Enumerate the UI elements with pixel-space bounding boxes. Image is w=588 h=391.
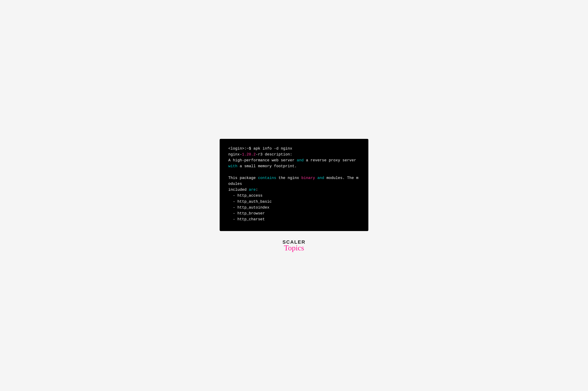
terminal-text-white: This package: [228, 176, 258, 180]
terminal-text-white: nginx-: [228, 152, 242, 157]
terminal-text-pink: binary: [301, 176, 315, 180]
terminal-container: <login>:~$ apk info -d nginxnginx-1.20.2…: [220, 139, 368, 231]
terminal-text-white: included: [228, 188, 249, 192]
terminal-text-white: the nginx: [276, 176, 301, 180]
terminal-line: - http_autoindex: [228, 205, 360, 211]
terminal-line: - http_charset: [228, 216, 360, 222]
terminal-text-cyan: and: [297, 158, 304, 163]
terminal-line: - http_access: [228, 193, 360, 199]
terminal-line: - http_browser: [228, 211, 360, 216]
terminal-line: included are:: [228, 187, 360, 193]
terminal-text-white: a small memory footprint.: [237, 164, 297, 168]
terminal-line: [228, 169, 360, 175]
terminal-line: A high-performance web server and a reve…: [228, 158, 360, 163]
terminal-text-white: - http_browser: [228, 211, 265, 216]
terminal-text-cyan: with: [228, 164, 237, 168]
terminal-text-cyan: contains: [258, 176, 276, 180]
terminal-line: This package contains the nginx binary a…: [228, 175, 360, 187]
terminal-text-white: a reverse proxy server: [304, 158, 356, 163]
terminal-text-white: A high-performance web server: [228, 158, 297, 163]
logo-topics-text: Topics: [283, 244, 305, 252]
terminal-line: - http_auth_basic: [228, 199, 360, 205]
terminal-text-cyan: are: [249, 188, 256, 192]
terminal-text-pink: 1.20.2: [242, 152, 256, 157]
terminal-text-white: - http_autoindex: [228, 205, 270, 210]
terminal-text-white: <login>:~$ apk info -d nginx: [228, 146, 292, 151]
logo-wrapper: SCALER Topics: [283, 240, 305, 252]
terminal-line: <login>:~$ apk info -d nginx: [228, 146, 360, 152]
terminal-text-white: - http_charset: [228, 217, 265, 221]
terminal-text-white: - http_access: [228, 194, 263, 198]
terminal-text-cyan: and: [317, 176, 324, 180]
terminal-text-white: :: [256, 188, 258, 192]
terminal-line: nginx-1.20.2-r3 description:: [228, 152, 360, 158]
terminal-text-white: - http_auth_basic: [228, 199, 272, 204]
terminal-text-white: [315, 176, 317, 180]
terminal-line: with a small memory footprint.: [228, 163, 360, 169]
terminal-text-white: -r3 description:: [256, 152, 292, 157]
